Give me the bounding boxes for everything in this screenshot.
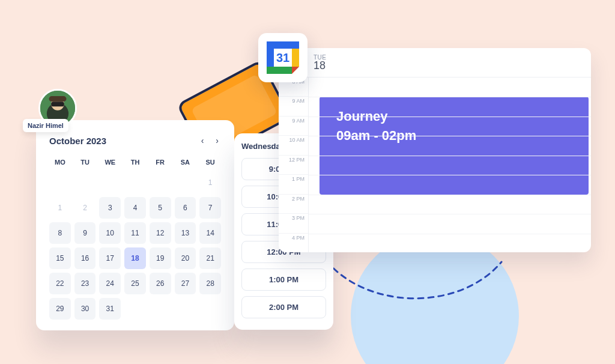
weekday-label: WE [99, 159, 121, 166]
calendar-day-cell[interactable]: 14 [199, 222, 221, 244]
prev-month-button[interactable]: ‹ [199, 133, 207, 148]
calendar-day-cell[interactable]: 23 [74, 273, 96, 294]
hour-label: 10 AM [279, 136, 308, 155]
calendar-day-cell[interactable]: 11 [124, 222, 146, 244]
timeslot-option[interactable]: 1:00 PM [241, 268, 326, 291]
calendar-header: October 2023 ‹ › [49, 133, 221, 148]
calendar-day-cell[interactable]: 8 [49, 222, 71, 244]
calendar-day-cell [99, 172, 121, 193]
calendar-day-cell[interactable]: 31 [99, 298, 121, 320]
calendar-day-cell[interactable]: 18 [124, 247, 146, 269]
weekday-label: TU [74, 159, 96, 166]
calendar-day-cell [175, 298, 196, 320]
calendar-day-cell[interactable]: 16 [74, 247, 96, 269]
calendar-day-cell[interactable]: 29 [49, 298, 71, 320]
calendar-day-cell: 1 [199, 172, 221, 193]
hour-label: 3 PM [279, 214, 308, 233]
calendar-day-cell [150, 298, 171, 320]
hour-label: 1 PM [279, 175, 308, 194]
calendar-nav: ‹ › [199, 133, 221, 148]
day-view-daynum: 18 [314, 59, 327, 72]
hour-label: 9 AM [279, 97, 308, 116]
weekday-label: TH [124, 159, 146, 166]
calendar-day-cell [74, 172, 96, 193]
timeslot-option[interactable]: 2:00 PM [241, 296, 326, 318]
month-calendar-card: October 2023 ‹ › MOTUWETHFRSASU 11234567… [36, 120, 234, 330]
calendar-day-cell [49, 172, 71, 193]
calendar-day-cell[interactable]: 4 [124, 197, 146, 219]
svg-rect-3 [51, 102, 64, 106]
day-view-card: TUE 18 8 AM9 AM9 AM10 AM12 PM1 PM2 PM3 P… [279, 48, 591, 252]
hour-label: 2 PM [279, 195, 308, 214]
calendar-day-cell[interactable]: 24 [99, 273, 121, 294]
calendar-day-cell[interactable]: 10 [99, 222, 121, 244]
day-view-body: 8 AM9 AM9 AM10 AM12 PM1 PM2 PM3 PM4 PM J… [279, 77, 591, 252]
calendar-day-cell[interactable]: 15 [49, 247, 71, 269]
calendar-day-cell [175, 172, 196, 193]
gcal-date-number: 31 [267, 41, 299, 74]
google-calendar-icon: 31 [258, 33, 308, 82]
calendar-title: October 2023 [49, 136, 106, 146]
calendar-day-cell[interactable]: 17 [99, 247, 121, 269]
calendar-day-cell[interactable]: 12 [150, 222, 171, 244]
weekday-label: MO [49, 159, 71, 166]
calendar-day-cell[interactable]: 7 [199, 197, 221, 219]
calendar-weekday-row: MOTUWETHFRSASU [49, 159, 221, 166]
calendar-day-cell[interactable]: 6 [175, 197, 196, 219]
calendar-day-cell[interactable]: 26 [150, 273, 171, 294]
user-avatar-chip: Nazir Himel [38, 89, 77, 127]
hour-label: 12 PM [279, 156, 308, 175]
user-name-chip: Nazir Himel [23, 119, 68, 132]
calendar-day-cell[interactable]: 19 [150, 247, 171, 269]
calendar-day-cell[interactable]: 20 [175, 247, 196, 269]
calendar-day-cell[interactable]: 5 [150, 197, 171, 219]
calendar-day-cell[interactable]: 25 [124, 273, 146, 294]
calendar-day-cell[interactable]: 9 [74, 222, 96, 244]
calendar-grid: 1123456789101112131415161718192021222324… [49, 172, 221, 320]
calendar-day-cell [124, 172, 146, 193]
hours-column: 8 AM9 AM9 AM10 AM12 PM1 PM2 PM3 PM4 PM [279, 77, 309, 252]
calendar-day-cell[interactable]: 30 [74, 298, 96, 320]
calendar-day-cell: 1 [49, 197, 71, 219]
svg-rect-4 [49, 96, 67, 102]
calendar-day-cell[interactable]: 27 [175, 273, 196, 294]
weekday-label: SU [199, 159, 221, 166]
weekday-label: FR [150, 159, 171, 166]
calendar-day-cell [150, 172, 171, 193]
next-month-button[interactable]: › [213, 133, 221, 148]
calendar-day-cell[interactable]: 22 [49, 273, 71, 294]
calendar-day-cell: 2 [74, 197, 96, 219]
weekday-label: SA [175, 159, 196, 166]
calendar-day-cell[interactable]: 28 [199, 273, 221, 294]
calendar-day-cell [124, 298, 146, 320]
calendar-day-cell[interactable]: 3 [99, 197, 121, 219]
day-view-header: TUE 18 [279, 48, 591, 77]
hour-label: 4 PM [279, 234, 308, 253]
calendar-day-cell[interactable]: 21 [199, 247, 221, 269]
calendar-day-cell[interactable]: 13 [175, 222, 196, 244]
events-column: Journey 09am - 02pm [309, 77, 591, 252]
hour-label: 9 AM [279, 117, 308, 136]
calendar-day-cell [199, 298, 221, 320]
event-block[interactable]: Journey 09am - 02pm [320, 97, 589, 194]
